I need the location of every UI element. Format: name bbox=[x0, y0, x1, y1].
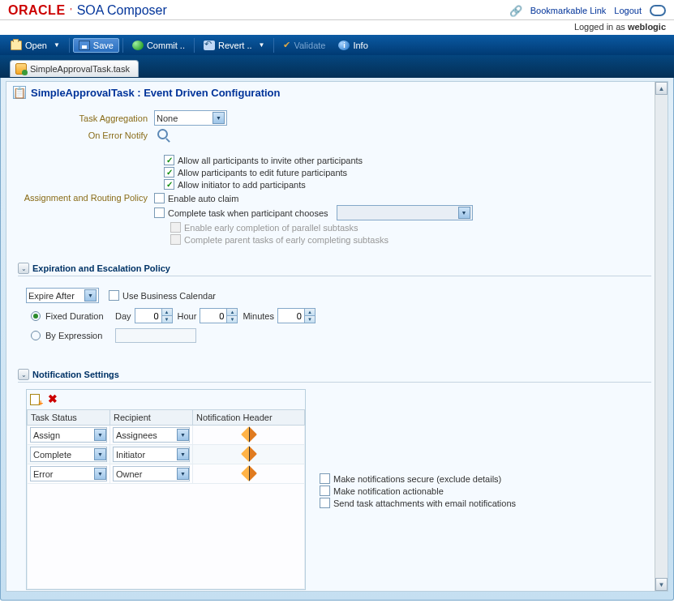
chevron-down-icon: ▼ bbox=[259, 41, 265, 49]
chevron-down-icon: ▼ bbox=[177, 468, 189, 480]
use-bus-cal-box[interactable] bbox=[109, 290, 119, 301]
status-select[interactable]: Assign▼ bbox=[30, 427, 107, 443]
app-header: ORACLE' SOA Composer 🔗 Bookmarkable Link… bbox=[0, 0, 674, 20]
chevron-down-icon: ▼ bbox=[84, 289, 97, 302]
scrollbar[interactable]: ▲ ▼ bbox=[655, 82, 668, 591]
collapse-icon[interactable]: ⌄ bbox=[18, 263, 29, 274]
edit-pencil-icon[interactable] bbox=[241, 446, 257, 462]
spin-down-icon[interactable]: ▼ bbox=[162, 316, 172, 323]
expiration-header[interactable]: ⌄ Expiration and Escalation Policy bbox=[18, 261, 651, 276]
col-task-status: Task Status bbox=[28, 410, 110, 426]
edit-pencil-icon[interactable] bbox=[241, 465, 257, 481]
task-file-icon bbox=[15, 63, 27, 75]
on-error-search-icon[interactable] bbox=[157, 129, 170, 142]
help-icon[interactable] bbox=[650, 5, 666, 16]
bookmark-link-icon: 🔗 bbox=[509, 5, 522, 17]
save-button[interactable]: Save bbox=[73, 38, 119, 53]
spin-up-icon[interactable]: ▲ bbox=[162, 309, 172, 316]
revert-icon bbox=[204, 41, 215, 50]
toolbar-separator bbox=[69, 38, 70, 53]
chk-edit-future: Allow participants to edit future partic… bbox=[164, 167, 651, 178]
open-button[interactable]: Open▼ bbox=[5, 38, 66, 53]
validate-label: Validate bbox=[294, 41, 325, 50]
opt-attachments-box[interactable] bbox=[320, 498, 330, 508]
spin-down-icon[interactable]: ▼ bbox=[227, 316, 237, 323]
recipient-value: Owner bbox=[116, 469, 142, 479]
check-icon: ✔ bbox=[283, 40, 290, 50]
main-toolbar: Open▼ Save Commit .. Revert ..▼ ✔Validat… bbox=[0, 35, 674, 55]
info-button[interactable]: iInfo bbox=[333, 38, 373, 53]
chevron-down-icon: ▼ bbox=[94, 468, 106, 480]
commit-icon bbox=[132, 41, 144, 50]
hour-input[interactable] bbox=[200, 309, 226, 323]
chk-initiator-add-label: Allow initiator to add participants bbox=[178, 180, 306, 190]
spin-down-icon[interactable]: ▼ bbox=[305, 316, 315, 323]
chk-auto-claim-box[interactable] bbox=[154, 193, 165, 203]
minutes-spinner[interactable]: ▲▼ bbox=[277, 308, 316, 323]
recipient-select[interactable]: Initiator▼ bbox=[113, 447, 190, 462]
by-expression-input[interactable] bbox=[115, 328, 196, 343]
chk-initiator-add-box[interactable] bbox=[164, 179, 174, 190]
revert-button[interactable]: Revert ..▼ bbox=[198, 38, 271, 53]
notification-title: Notification Settings bbox=[32, 370, 119, 379]
notification-header[interactable]: ⌄ Notification Settings bbox=[18, 367, 651, 383]
scroll-up-icon[interactable]: ▲ bbox=[655, 82, 668, 95]
panel-body: Task Aggregation None ▼ On Error Notify … bbox=[6, 102, 668, 520]
header-left: ORACLE' SOA Composer bbox=[8, 3, 167, 18]
spin-up-icon[interactable]: ▲ bbox=[305, 309, 315, 316]
collapse-icon[interactable]: ⌄ bbox=[18, 369, 29, 380]
status-select[interactable]: Complete▼ bbox=[30, 447, 107, 462]
chk-early-complete-label: Enable early completion of parallel subt… bbox=[184, 223, 358, 233]
complete-when-select[interactable]: ▼ bbox=[337, 205, 473, 220]
bookmarkable-link[interactable]: Bookmarkable Link bbox=[530, 6, 607, 15]
minutes-input[interactable] bbox=[278, 309, 304, 323]
fixed-duration-row: Fixed Duration Day ▲▼ Hour ▲▼ Minutes ▲▼ bbox=[31, 308, 643, 323]
status-select[interactable]: Error▼ bbox=[30, 466, 107, 481]
task-aggregation-row: Task Aggregation None ▼ bbox=[18, 110, 651, 126]
notification-body: ✖ Task Status Recipient Notification Hea… bbox=[18, 383, 651, 515]
save-label: Save bbox=[93, 41, 114, 50]
day-spinner[interactable]: ▲▼ bbox=[135, 308, 173, 323]
spin-up-icon[interactable]: ▲ bbox=[227, 309, 237, 316]
chevron-down-icon: ▼ bbox=[177, 448, 189, 460]
edit-pencil-icon[interactable] bbox=[241, 426, 257, 443]
chk-initiator-add: Allow initiator to add participants bbox=[164, 179, 651, 190]
chk-early-complete-box bbox=[170, 222, 181, 233]
tab-strip: SimpleApprovalTask.task bbox=[0, 55, 674, 78]
opt-secure-box[interactable] bbox=[320, 473, 330, 484]
chk-allow-invite-box[interactable] bbox=[164, 155, 174, 165]
logout-link[interactable]: Logout bbox=[614, 6, 642, 15]
validate-button[interactable]: ✔Validate bbox=[277, 37, 331, 53]
expire-mode-value: Expire After bbox=[28, 291, 75, 301]
chk-complete-when-box[interactable] bbox=[154, 207, 165, 218]
fixed-duration-radio[interactable] bbox=[31, 311, 41, 321]
opt-actionable-box[interactable] bbox=[320, 486, 330, 496]
on-error-label: On Error Notify bbox=[18, 130, 154, 140]
save-icon bbox=[79, 41, 90, 50]
chevron-down-icon: ▼ bbox=[177, 429, 189, 441]
day-input[interactable] bbox=[135, 309, 161, 323]
chk-allow-invite-label: Allow all participants to invite other p… bbox=[178, 156, 363, 165]
chk-complete-parent-label: Complete parent tasks of early completin… bbox=[184, 235, 389, 245]
recipient-select[interactable]: Owner▼ bbox=[113, 466, 190, 481]
chk-edit-future-box[interactable] bbox=[164, 167, 174, 178]
file-tab[interactable]: SimpleApprovalTask.task bbox=[10, 60, 139, 77]
commit-label: Commit .. bbox=[147, 41, 185, 50]
task-aggregation-label: Task Aggregation bbox=[18, 113, 154, 123]
oracle-logo: ORACLE bbox=[8, 3, 66, 18]
expiration-body: Expire After ▼ Use Business Calendar Fix… bbox=[18, 276, 651, 353]
scroll-down-icon[interactable]: ▼ bbox=[655, 578, 668, 591]
delete-notification-icon[interactable]: ✖ bbox=[48, 394, 59, 405]
open-icon bbox=[11, 41, 22, 50]
recipient-select[interactable]: Assignees▼ bbox=[113, 427, 190, 443]
col-notif-header: Notification Header bbox=[193, 410, 305, 426]
by-expression-radio[interactable] bbox=[31, 331, 41, 340]
commit-button[interactable]: Commit .. bbox=[127, 38, 191, 53]
task-aggregation-select[interactable]: None ▼ bbox=[154, 110, 227, 126]
expire-mode-select[interactable]: Expire After ▼ bbox=[26, 288, 99, 303]
status-value: Complete bbox=[33, 450, 71, 460]
hour-spinner[interactable]: ▲▼ bbox=[200, 308, 238, 323]
revert-label: Revert .. bbox=[218, 41, 252, 50]
table-row: Complete▼ Initiator▼ bbox=[28, 445, 305, 464]
add-notification-icon[interactable] bbox=[30, 394, 41, 405]
